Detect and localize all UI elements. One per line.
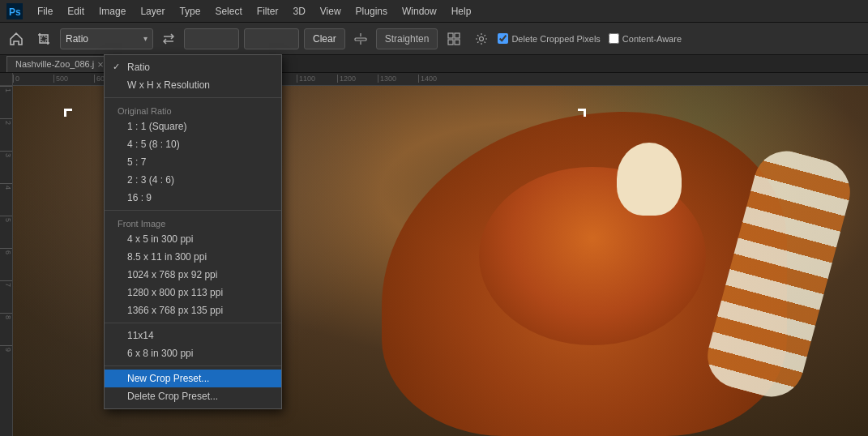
crop-handle-top-left[interactable] <box>64 109 72 117</box>
ruler-mark-1400: 1400 <box>418 75 459 83</box>
menu-help[interactable]: Help <box>445 4 478 19</box>
svg-rect-8 <box>448 40 453 45</box>
menu-edit[interactable]: Edit <box>61 4 91 19</box>
menu-plugins[interactable]: Plugins <box>349 4 394 19</box>
dropdown-item-1x1[interactable]: 1 : 1 (Square) <box>105 118 281 135</box>
tab-label: Nashville-Zoo_086.j <box>15 59 94 69</box>
width-input[interactable] <box>184 28 239 49</box>
ruler-left-mark-6: 6 <box>0 248 12 280</box>
menu-file[interactable]: File <box>31 4 59 19</box>
ruler-left-mark-8: 8 <box>0 313 12 345</box>
ratio-dropdown-menu: Ratio W x H x Resolution Original Ratio … <box>104 54 282 409</box>
menu-select[interactable]: Select <box>208 4 248 19</box>
dropdown-divider-2 <box>105 210 281 211</box>
ruler-left-mark-9: 9 <box>0 345 12 378</box>
delete-cropped-pixels-label: Delete Cropped Pixels <box>511 34 600 44</box>
dropdown-item-16x9[interactable]: 16 : 9 <box>105 189 281 207</box>
dropdown-item-1366x768[interactable]: 1366 x 768 px 135 ppi <box>105 301 281 319</box>
ruler-left: 1 2 3 4 5 6 7 8 9 <box>0 86 13 436</box>
dropdown-item-1280x800[interactable]: 1280 x 800 px 113 ppi <box>105 284 281 301</box>
ruler-left-mark-1: 1 <box>0 86 12 118</box>
dropdown-item-4x5[interactable]: 4 : 5 (8 : 10) <box>105 135 281 153</box>
ruler-left-mark-4: 4 <box>0 183 12 216</box>
menu-3d[interactable]: 3D <box>286 4 311 19</box>
ratio-dropdown[interactable]: Ratio ▾ <box>60 28 153 49</box>
menubar: Ps File Edit Image Layer Type Select Fil… <box>0 0 868 23</box>
menu-window[interactable]: Window <box>396 4 443 19</box>
ratio-dropdown-label: Ratio <box>66 33 88 45</box>
dropdown-item-4x5in[interactable]: 4 x 5 in 300 ppi <box>105 230 281 248</box>
toolbar: Ratio ▾ Clear Straighten Del <box>0 23 868 55</box>
menu-filter[interactable]: Filter <box>250 4 285 19</box>
delete-cropped-pixels-checkbox[interactable] <box>498 33 508 44</box>
height-input[interactable] <box>244 28 299 49</box>
dropdown-section-original-ratio: Original Ratio <box>105 101 281 118</box>
straighten-icon <box>350 28 371 49</box>
dropdown-item-5x7[interactable]: 5 : 7 <box>105 153 281 171</box>
dropdown-item-new-crop-preset[interactable]: New Crop Preset... <box>105 370 281 387</box>
settings-button[interactable] <box>470 28 493 50</box>
ruler-left-mark-2: 2 <box>0 118 12 151</box>
panda-ear <box>617 143 682 216</box>
content-aware-checkbox-label[interactable]: Content-Aware <box>609 33 682 44</box>
ratio-dropdown-arrow-icon: ▾ <box>143 34 148 43</box>
svg-rect-2 <box>41 36 46 41</box>
svg-rect-6 <box>448 33 453 38</box>
svg-text:Ps: Ps <box>9 6 21 18</box>
svg-point-10 <box>480 36 484 41</box>
swap-dimensions-button[interactable] <box>158 28 179 49</box>
svg-rect-9 <box>455 40 460 45</box>
ruler-left-mark-3: 3 <box>0 151 12 183</box>
ruler-left-mark-7: 7 <box>0 280 12 313</box>
ruler-mark-1200: 1200 <box>337 75 378 83</box>
ruler-left-mark-5: 5 <box>0 216 12 248</box>
dropdown-item-delete-crop-preset[interactable]: Delete Crop Preset... <box>105 387 281 405</box>
svg-rect-3 <box>355 38 366 41</box>
content-aware-label: Content-Aware <box>622 34 682 44</box>
menu-image[interactable]: Image <box>92 4 132 19</box>
dropdown-item-ratio[interactable]: Ratio <box>105 58 281 76</box>
clear-button[interactable]: Clear <box>304 28 345 49</box>
grid-overlay-button[interactable] <box>443 28 465 50</box>
menu-type[interactable]: Type <box>173 4 207 19</box>
app-logo: Ps <box>6 3 23 19</box>
ruler-mark-1300: 1300 <box>378 75 418 83</box>
crop-tool-button[interactable] <box>32 28 55 50</box>
tab-close-icon[interactable]: × <box>97 58 104 71</box>
dropdown-item-2x3[interactable]: 2 : 3 (4 : 6) <box>105 171 281 189</box>
ruler-corner <box>0 73 13 86</box>
tab-image[interactable]: Nashville-Zoo_086.j × <box>6 56 113 72</box>
ruler-mark-0: 0 <box>13 75 53 83</box>
delete-cropped-pixels-checkbox-label[interactable]: Delete Cropped Pixels <box>498 33 600 44</box>
dropdown-divider-3 <box>105 323 281 323</box>
menu-layer[interactable]: Layer <box>134 4 171 19</box>
home-button[interactable] <box>5 28 28 50</box>
svg-rect-7 <box>455 33 460 38</box>
dropdown-item-8p5x11in[interactable]: 8.5 x 11 in 300 ppi <box>105 248 281 266</box>
content-aware-checkbox[interactable] <box>609 33 619 44</box>
dropdown-item-wxhxres[interactable]: W x H x Resolution <box>105 76 281 94</box>
ruler-mark-500: 500 <box>53 75 94 83</box>
dropdown-item-6x8in[interactable]: 6 x 8 in 300 ppi <box>105 344 281 362</box>
straighten-button[interactable]: Straighten <box>376 28 438 49</box>
menu-view[interactable]: View <box>314 4 348 19</box>
crop-handle-top-right[interactable] <box>578 109 586 117</box>
ruler-mark-1100: 1100 <box>297 75 337 83</box>
dropdown-section-front-image: Front Image <box>105 214 281 230</box>
dropdown-item-1024x768[interactable]: 1024 x 768 px 92 ppi <box>105 266 281 284</box>
dropdown-divider-1 <box>105 97 281 98</box>
dropdown-divider-4 <box>105 365 281 366</box>
dropdown-item-11x14[interactable]: 11x14 <box>105 327 281 344</box>
